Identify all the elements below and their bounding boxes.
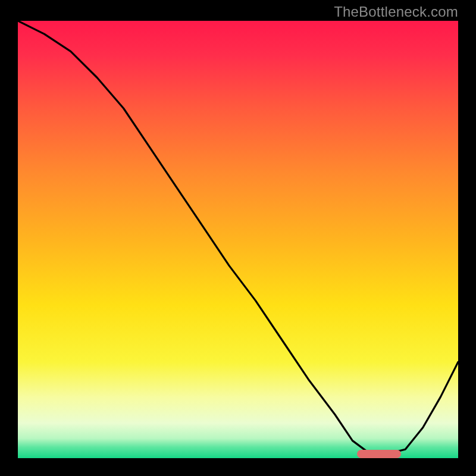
optimal-range-marker	[357, 450, 401, 458]
plot-area	[18, 21, 458, 458]
chart-frame: TheBottleneck.com	[0, 0, 476, 476]
bottleneck-curve	[18, 21, 458, 458]
watermark-text: TheBottleneck.com	[334, 4, 458, 20]
